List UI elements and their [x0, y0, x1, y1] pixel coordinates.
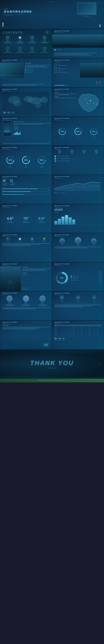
numbers-content: 10 TITLE HERE 31 TITLE HERE Item A	[2, 179, 50, 202]
slide-row-6: ADD YOUR TITLE HERE Business Report Summ…	[0, 146, 104, 175]
big-numbers-content: 4.5亿 TITLE HERE 70% TITLE HERE 0.5亿 TITL…	[2, 208, 50, 232]
donut-legend: Category A - 40% Category B - 25% Catego…	[71, 276, 97, 281]
title-block-5a: ADD YOUR TITLE HERE Business Report Summ…	[2, 118, 17, 120]
svg-point-4	[35, 102, 41, 108]
svg-point-45	[47, 344, 47, 345]
vertical-bar-chart	[54, 214, 102, 225]
people-row: Name A Position Name B Position	[2, 296, 50, 306]
ocean-image	[52, 34, 104, 48]
cover-subtitle: Business Report Summary	[4, 14, 24, 16]
table-content: Title A B C D Row 1 25 18 32 11 Row 2 30	[54, 325, 102, 348]
slide-team: ADD YOUR TITLE HERE Business Report Summ…	[52, 233, 104, 262]
circle-stat-3: 55% TITLE	[90, 128, 98, 138]
mini-bar-chart	[14, 131, 50, 135]
slide-row-5: ADD YOUR TITLE HERE Business Report Summ…	[0, 116, 104, 146]
slide-icons-stats: ADD YOUR TITLE HERE Business Report Summ…	[52, 58, 104, 87]
title-block-4b: ADD YOUR TITLE HERE Business Report Summ…	[54, 89, 69, 91]
stats-icons-content: ⊕ 50% TITLE ◎ 36% TITLE △ 25	[54, 296, 102, 319]
slide-row-1: 2017 2017年 蓝色海洋商务总结报告 Business Report Su…	[0, 0, 104, 29]
slide-line-chart: ADD YOUR TITLE HERE Business Report Summ…	[52, 175, 104, 204]
svg-text:65%: 65%	[9, 159, 12, 161]
slide-row-3: ADD YOUR TITLE HERE Business Report Summ…	[0, 58, 104, 87]
ocean-photo-left	[0, 63, 24, 78]
donut-chart-content: 64% Category A - 40% Category B - 25% Ca…	[54, 266, 102, 290]
svg-point-13	[86, 98, 86, 100]
slide-donut-chart: ADD YOUR TITLE HERE Business Report Summ…	[52, 262, 104, 291]
text-content-right: TITLE HERE Item description here Item de…	[25, 63, 51, 73]
title-block-6a: ADD YOUR TITLE HERE Business Report Summ…	[2, 147, 17, 150]
monitor-screen-text: 2017	[79, 4, 81, 5]
person-arrangement: Name A Name B Leader Name C	[54, 237, 102, 246]
slide-stats-icons: ADD YOUR TITLE HERE Business Report Summ…	[52, 291, 104, 320]
wave-bottom-ty	[0, 375, 104, 378]
slide-row-8: ADD YOUR TITLE HERE Business Report Summ…	[0, 204, 104, 233]
slide-row-12: ADD YOUR TITLE HERE Business Report Summ…	[0, 320, 104, 350]
svg-point-9	[43, 98, 44, 100]
icon-grid-content: 🔍 Search 📊 Data ⚙️ Config	[2, 237, 50, 261]
slide-infographic: ADD YOUR TITLE HERE Business Report Summ…	[52, 146, 104, 175]
bottom-text	[2, 84, 50, 86]
photo-panel	[0, 266, 21, 291]
watermark-text: 更多优质PPT作品请访问：www.ppter999.com	[38, 380, 66, 381]
svg-point-14	[96, 103, 98, 106]
circle-stats-2-area: 65% TITLE Item text 85% TITLE Item text	[2, 150, 50, 173]
title-block: ADD YOUR TITLE HERE Business Report Summ…	[54, 30, 69, 33]
phone-mockup	[3, 121, 11, 136]
svg-point-8	[35, 99, 35, 100]
china-map-area	[76, 92, 102, 115]
slide-china-map: ADD YOUR TITLE HERE Business Report Summ…	[52, 87, 104, 116]
bottom-progress	[54, 84, 69, 86]
circle-stat-2: 85% TITLE	[74, 128, 82, 138]
page-label: 首页图片	[50, 1, 54, 2]
title-block-8b: ADD YOUR TITLE HERE Business Report Summ…	[54, 205, 69, 208]
donut-svg-area: 64%	[54, 270, 69, 286]
slide-text-lines	[54, 52, 102, 56]
side-icons	[99, 272, 102, 284]
big-number-display: 13,214	[54, 208, 102, 211]
svg-point-11	[87, 103, 88, 104]
slide-circle-stats: ADD YOUR TITLE HERE Business Report Summ…	[52, 116, 104, 146]
title-block-4a: ADD YOUR TITLE HERE Business Report Summ…	[2, 89, 17, 91]
legend: Series 1 Series 2	[54, 192, 102, 194]
title-block-7b: ADD YOUR TITLE HERE Business Report Summ…	[54, 176, 69, 179]
thankyou-title: THANK YOU	[30, 360, 74, 366]
table-bottom-stats: 50% Label 36% Label 25 Label	[54, 338, 102, 341]
infographic-content: TITLE TITLE TITLE TITLE 1	[54, 150, 102, 174]
svg-point-1	[14, 100, 21, 106]
watermark-bar: 更多优质PPT作品请访问：www.ppter999.com	[0, 378, 104, 382]
wave-decoration	[0, 24, 104, 29]
contents-items-row1: 01 总结概述 📊 02 工作内容 👤 03 项目进展	[2, 36, 50, 44]
bottom-text-5a	[2, 143, 50, 144]
title-block-5b: ADD YOUR TITLE HERE Business Report Summ…	[54, 118, 69, 120]
slide-row-7: ADD YOUR TITLE HERE Business Report Summ…	[0, 175, 104, 204]
slide-search-icons: ADD YOUR TITLE HERE Business Report Summ…	[0, 233, 52, 262]
title-block-7a: ADD YOUR TITLE HERE Business Report Summ…	[2, 176, 17, 179]
numbered-list: 1 Title Here - Description text goes her…	[54, 156, 102, 162]
svg-text:64%: 64%	[60, 277, 64, 279]
title-block-11b: ADD YOUR TITLE HERE Business Report Summ…	[54, 292, 69, 295]
contents-title: CONTENTS	[2, 31, 23, 34]
svg-text:55%: 55%	[40, 159, 43, 161]
photo-text-content: TITLE HERE • Sub item one • Sub item two…	[22, 266, 51, 275]
slide-world-map: ADD YOUR TITLE HERE Business Report Summ…	[0, 87, 52, 116]
svg-point-6	[14, 98, 15, 100]
wave-top	[0, 350, 104, 354]
svg-point-10	[90, 100, 91, 101]
bar-chart-content: 13,214 TITLE HERE	[54, 208, 102, 232]
slide-big-numbers: ADD YOUR TITLE HERE Business Report Summ…	[0, 204, 52, 233]
phone-stats: ADD YOUR TITLE HERE • Item text here • I…	[14, 121, 50, 135]
diamond-decoration: TITLE HERE	[54, 49, 61, 50]
cover-title: 蓝色海洋商务总结报告	[4, 10, 32, 13]
circle-stats-area: 65% TITLE 85% TITLE 55% TITLE	[54, 121, 102, 144]
line-chart-area	[54, 179, 102, 192]
svg-point-12	[93, 102, 94, 103]
slide-cover: 2017 2017年 蓝色海洋商务总结报告 Business Report Su…	[0, 0, 104, 29]
title-block-9b: ADD YOUR TITLE HERE Business Report Summ…	[54, 234, 69, 237]
slide-thankyou: THANK YOU 感谢您的观看	[0, 350, 104, 378]
svg-text:55%: 55%	[92, 130, 95, 132]
slide-row-11: ADD YOUR TITLE HERE Business Report Summ…	[0, 291, 104, 320]
slide-team-row: ADD YOUR TITLE HERE Business Report Summ…	[0, 291, 52, 320]
icon-row: TITLE TITLE TITLE TITLE	[54, 150, 102, 154]
title-block-11a: ADD YOUR TITLE HERE Business Report Summ…	[2, 292, 17, 295]
bottom-icons-row	[22, 288, 51, 290]
